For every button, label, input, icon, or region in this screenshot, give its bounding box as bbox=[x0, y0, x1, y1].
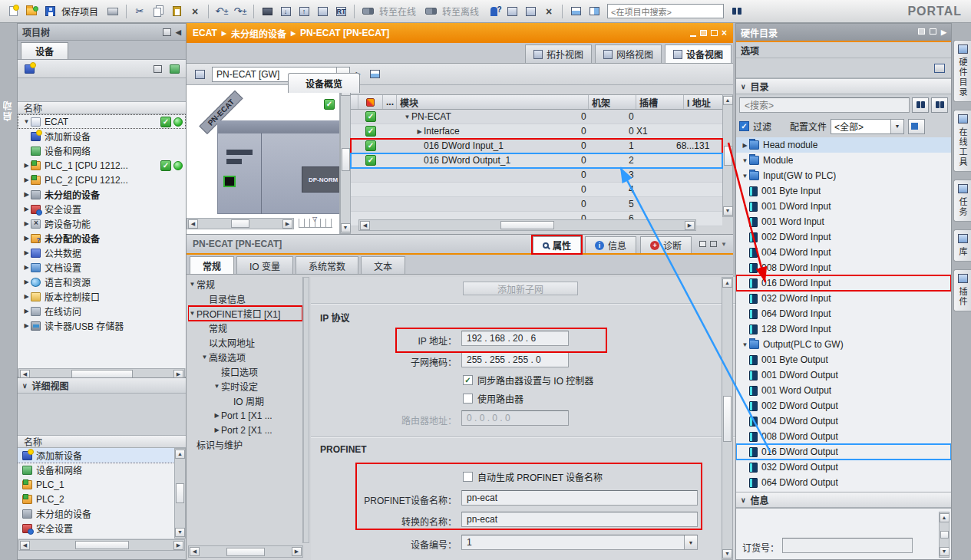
expand-arrow-icon[interactable]: ▶ bbox=[22, 293, 31, 300]
accessible-devices-icon[interactable] bbox=[485, 3, 502, 20]
properties-subtab[interactable]: 文本 bbox=[361, 256, 405, 274]
task-card-tab[interactable]: 库 bbox=[953, 229, 971, 262]
tree-item[interactable]: ▶ 未分组的设备 bbox=[18, 187, 186, 202]
delete-icon[interactable]: × bbox=[187, 3, 203, 20]
go-offline-icon[interactable] bbox=[422, 3, 439, 20]
collapse-panel-icon[interactable]: ◀ bbox=[176, 28, 181, 36]
pin-panel-icon[interactable] bbox=[930, 28, 936, 35]
print-icon[interactable] bbox=[104, 3, 121, 20]
properties-nav-item[interactable]: ▼ 实时设定 bbox=[188, 379, 302, 394]
properties-nav-item[interactable]: 标识与维护 bbox=[188, 437, 302, 452]
add-subnet-button[interactable]: 添加新子网 bbox=[463, 282, 578, 295]
new-project-icon[interactable] bbox=[5, 3, 21, 20]
details-view-header[interactable]: ∨ 详细视图 bbox=[18, 378, 186, 394]
properties-nav-item[interactable]: 常规 bbox=[188, 321, 302, 335]
tab-diagnostics[interactable]: 诊断 bbox=[640, 236, 692, 253]
tab-info[interactable]: 信息 bbox=[585, 236, 636, 253]
catalog-item[interactable]: 001 DWord Output bbox=[736, 367, 951, 383]
catalog-item[interactable]: 008 DWord Output bbox=[736, 429, 951, 444]
breadcrumb-device[interactable]: PN-ECAT [PN-ECAT] bbox=[300, 28, 389, 38]
info-vscrollbar[interactable]: ▲ ▼ bbox=[939, 512, 950, 558]
start-cpu-icon[interactable] bbox=[314, 3, 331, 20]
edit-profile-icon[interactable] bbox=[908, 119, 925, 134]
scroll-up-icon[interactable]: ▲ bbox=[940, 513, 950, 522]
scroll-left-icon[interactable]: ◀ bbox=[360, 221, 370, 230]
tree-item[interactable]: ▶ 版本控制接口 bbox=[18, 289, 186, 304]
properties-nav-item[interactable]: 以太网地址 bbox=[188, 335, 302, 350]
paste-icon[interactable] bbox=[168, 3, 185, 20]
upload-from-device-icon[interactable]: ↑ bbox=[296, 3, 312, 20]
scroll-right-icon[interactable]: ▶ bbox=[282, 219, 292, 229]
catalog-item[interactable]: 001 Word Input bbox=[736, 214, 951, 229]
stop-cpu-icon[interactable]: RT bbox=[332, 3, 349, 20]
portal-start-tab[interactable]: 启动 bbox=[2, 100, 15, 121]
catalog-item[interactable]: 001 Byte Input bbox=[736, 183, 951, 199]
float-editor-icon[interactable] bbox=[700, 30, 707, 36]
devices-tab[interactable]: 设备 bbox=[21, 42, 68, 59]
details-list-item[interactable]: 未分组的设备 bbox=[18, 506, 174, 521]
breadcrumb-project[interactable]: ECAT bbox=[193, 28, 217, 38]
scroll-down-icon[interactable]: ▼ bbox=[341, 223, 351, 232]
expand-arrow-icon[interactable]: ▼ bbox=[741, 173, 749, 180]
graphic-hscrollbar[interactable]: ◀ ▶ bbox=[187, 218, 294, 229]
details-list-item[interactable]: PLC_1 bbox=[18, 477, 174, 492]
name-column-header[interactable]: 名称 bbox=[18, 435, 186, 448]
add-column-icon[interactable] bbox=[21, 61, 38, 77]
float-panel-icon[interactable] bbox=[163, 28, 171, 36]
float-pane-icon[interactable] bbox=[699, 241, 706, 247]
expand-arrow-icon[interactable]: ▼ bbox=[188, 281, 197, 288]
catalog-item[interactable]: ▶ Head module bbox=[736, 137, 951, 153]
rack-column-header[interactable]: 机架 bbox=[589, 95, 636, 109]
view-tab[interactable]: 网络视图 bbox=[595, 44, 662, 63]
split-horizontal-icon[interactable] bbox=[567, 3, 584, 20]
use-router-checkbox[interactable] bbox=[463, 394, 473, 404]
expand-arrow-icon[interactable]: ▼ bbox=[22, 118, 31, 125]
catalog-item[interactable]: 004 DWord Input bbox=[736, 245, 951, 260]
expand-arrow-icon[interactable]: ▶ bbox=[22, 322, 31, 329]
task-card-tab[interactable]: 在线工具 bbox=[953, 110, 971, 172]
tree-item[interactable]: ▶ 未分配的设备 bbox=[18, 231, 186, 245]
device-overview-row[interactable]: 0 4 bbox=[351, 183, 722, 197]
catalog-item[interactable]: 001 Byte Output bbox=[736, 352, 951, 367]
expand-arrow-icon[interactable]: ▶ bbox=[22, 191, 31, 198]
catalog-item[interactable]: 016 DWord Output bbox=[736, 444, 951, 460]
catalog-item[interactable]: 001 DWord Input bbox=[736, 199, 951, 214]
scroll-down-icon[interactable]: ▼ bbox=[723, 206, 733, 216]
device-overview-row[interactable]: ✓ ▶ Interface 0 0 X1 bbox=[351, 124, 722, 139]
window-icon[interactable] bbox=[934, 64, 945, 73]
properties-nav-item[interactable]: ▶ Port 2 [X1 ... bbox=[188, 423, 302, 437]
undo-icon[interactable]: ↶± bbox=[213, 3, 230, 20]
sync-router-checkbox[interactable] bbox=[463, 375, 473, 385]
details-list-item[interactable]: 安全设置 bbox=[18, 521, 174, 535]
go-online-label[interactable]: 转至在线 bbox=[379, 5, 416, 18]
expand-arrow-icon[interactable]: ▶ bbox=[22, 264, 31, 271]
expand-arrow-icon[interactable]: ▶ bbox=[213, 427, 221, 433]
scroll-right-icon[interactable]: ▶ bbox=[292, 547, 302, 556]
tree-item[interactable]: ▶ 安全设置 bbox=[18, 202, 186, 216]
float-panel-icon[interactable] bbox=[918, 28, 925, 35]
overview-vscrollbar[interactable]: ▲ ▼ bbox=[722, 94, 733, 217]
expand-arrow-icon[interactable]: ▶ bbox=[22, 235, 31, 242]
task-card-tab[interactable]: 任务 bbox=[953, 180, 971, 222]
cross-references-icon[interactable]: × bbox=[540, 3, 557, 20]
start-simulation-icon[interactable] bbox=[504, 3, 520, 20]
catalog-item[interactable]: 001 Word Output bbox=[736, 383, 951, 398]
collapse-panel-icon[interactable]: ▶ bbox=[941, 28, 946, 36]
ethernet-port-icon[interactable] bbox=[223, 176, 236, 187]
module-column-header[interactable]: 模块 bbox=[397, 95, 589, 109]
details-list-item[interactable]: PLC_2 bbox=[18, 492, 174, 506]
scroll-down-icon[interactable]: ▼ bbox=[175, 528, 185, 537]
profile-dropdown[interactable]: <全部> ▼ bbox=[831, 119, 904, 134]
redo-icon[interactable]: ↷± bbox=[232, 3, 249, 20]
tab-properties[interactable]: 属性 bbox=[533, 236, 581, 253]
catalog-item[interactable]: 002 DWord Output bbox=[736, 398, 951, 413]
tree-item[interactable]: ▶ 跨设备功能 bbox=[18, 216, 186, 231]
scroll-left-icon[interactable]: ◀ bbox=[188, 219, 198, 229]
expand-arrow-icon[interactable]: ▼ bbox=[200, 354, 209, 361]
expand-arrow-icon[interactable]: ▶ bbox=[741, 142, 749, 149]
device-overview-row[interactable]: ✓ ▼ PN-ECAT 0 0 bbox=[351, 110, 722, 124]
details-list-item[interactable]: 设备和网络 bbox=[18, 463, 174, 477]
expand-arrow-icon[interactable]: ▼ bbox=[741, 157, 749, 164]
properties-nav-item[interactable]: ▼ 高级选项 bbox=[188, 350, 302, 364]
catalog-item[interactable]: 032 DWord Output bbox=[736, 460, 951, 475]
